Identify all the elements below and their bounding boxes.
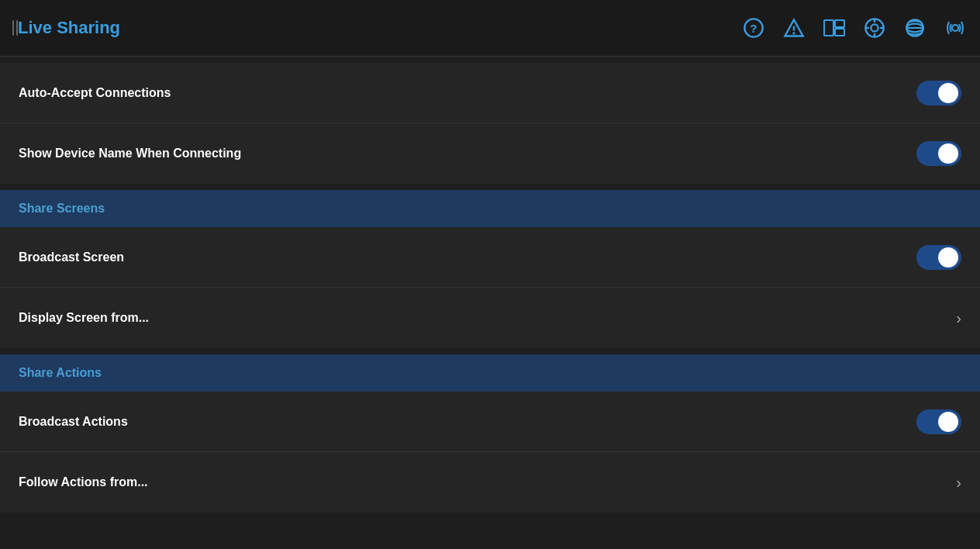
broadcast-actions-toggle[interactable] — [916, 409, 961, 434]
svg-point-17 — [952, 25, 958, 31]
follow-actions-row[interactable]: Follow Actions from... › — [0, 452, 980, 513]
warning-icon[interactable] — [782, 16, 806, 40]
dial-icon[interactable] — [862, 16, 887, 40]
auto-accept-toggle[interactable] — [916, 81, 961, 105]
broadcast-actions-knob — [938, 412, 958, 432]
show-device-name-label: Show Device Name When Connecting — [19, 147, 241, 161]
svg-point-9 — [871, 24, 878, 31]
content: Auto-Accept Connections Show Device Name… — [0, 63, 980, 513]
panel-icon[interactable] — [822, 16, 847, 40]
share-actions-section-header: Share Actions — [0, 354, 980, 392]
drag-handle[interactable] — [12, 20, 18, 36]
broadcast-actions-label: Broadcast Actions — [19, 415, 128, 429]
share-actions-label: Share Actions — [19, 366, 102, 380]
svg-rect-5 — [824, 20, 833, 36]
live-icon[interactable] — [943, 16, 968, 40]
display-screen-row[interactable]: Display Screen from... › — [0, 288, 980, 348]
share-screens-group: Broadcast Screen Display Screen from... … — [0, 227, 980, 348]
top-settings-group: Auto-Accept Connections Show Device Name… — [0, 63, 980, 184]
display-screen-label: Display Screen from... — [19, 311, 149, 325]
follow-actions-label: Follow Actions from... — [19, 475, 148, 489]
broadcast-screen-toggle[interactable] — [916, 245, 961, 270]
header: Live Sharing ? — [0, 0, 980, 57]
svg-rect-7 — [835, 29, 844, 36]
show-device-name-knob — [938, 143, 958, 164]
display-screen-chevron: › — [956, 309, 961, 327]
broadcast-actions-row: Broadcast Actions — [0, 392, 980, 452]
svg-text:?: ? — [750, 22, 757, 35]
broadcast-screen-label: Broadcast Screen — [19, 250, 124, 264]
show-device-name-row: Show Device Name When Connecting — [0, 123, 980, 184]
help-icon[interactable]: ? — [741, 16, 766, 40]
share-screens-label: Share Screens — [19, 202, 105, 216]
share-actions-group: Broadcast Actions Follow Actions from...… — [0, 392, 980, 513]
header-icons: ? — [741, 16, 968, 40]
svg-rect-6 — [835, 20, 844, 27]
auto-accept-label: Auto-Accept Connections — [19, 86, 171, 100]
broadcast-screen-row: Broadcast Screen — [0, 227, 980, 288]
show-device-name-toggle[interactable] — [916, 141, 961, 166]
broadcast-screen-knob — [938, 247, 958, 268]
share-screens-section-header: Share Screens — [0, 190, 980, 227]
svg-point-4 — [793, 33, 794, 33]
page-title: Live Sharing — [18, 18, 741, 38]
remote-icon[interactable] — [902, 16, 927, 40]
follow-actions-chevron: › — [956, 474, 961, 492]
auto-accept-row: Auto-Accept Connections — [0, 63, 980, 123]
auto-accept-knob — [938, 83, 958, 103]
